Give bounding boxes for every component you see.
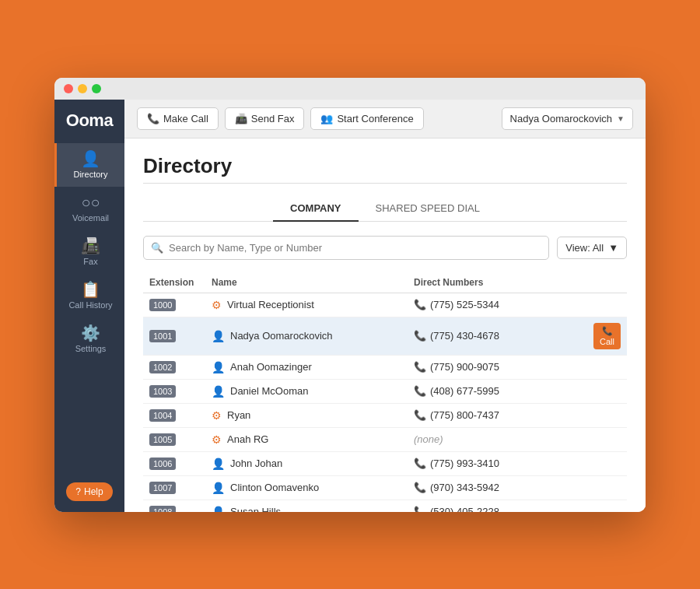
- table-row: 1006👤John Johan📞(775) 993-3410: [143, 451, 627, 475]
- phone-number: (775) 430-4678: [430, 330, 499, 342]
- directory-icon: 👤: [81, 151, 100, 167]
- robot-icon: ⚙: [212, 409, 222, 422]
- contact-name: Virtual Receptionist: [227, 299, 314, 310]
- maximize-dot[interactable]: [92, 84, 101, 93]
- cell-name: ⚙Virtual Receptionist: [205, 293, 408, 317]
- start-conference-button[interactable]: 👥 Start Conference: [310, 107, 423, 130]
- cell-name: 👤John Johan: [205, 451, 408, 475]
- table-row: 1002👤Anah Oomazinger📞(775) 900-9075: [143, 355, 627, 379]
- call-history-icon: 📋: [81, 282, 100, 297]
- tabs-container: COMPANY SHARED SPEED DIAL: [143, 196, 627, 222]
- search-input[interactable]: [143, 236, 549, 260]
- app-logo: Ooma: [66, 110, 113, 131]
- view-dropdown[interactable]: View: All ▼: [557, 237, 627, 259]
- extension-badge: 1006: [149, 458, 176, 470]
- voicemail-icon: ○○: [81, 195, 100, 210]
- contact-name: Clinton Oomavenko: [230, 482, 319, 493]
- sidebar-item-settings[interactable]: ⚙️ Settings: [54, 317, 124, 361]
- cell-direct-number: 📞(408) 677-5995: [408, 379, 627, 403]
- phone-number: (530) 405-2228: [430, 506, 499, 512]
- start-conference-label: Start Conference: [337, 113, 413, 124]
- cell-extension: 1002: [143, 355, 205, 379]
- cell-direct-number: 📞(775) 430-4678📞Call: [408, 317, 627, 355]
- contact-name: Nadya Oomarockovich: [230, 330, 333, 342]
- table-row: 1005⚙Anah RG(none): [143, 427, 627, 451]
- send-fax-button[interactable]: 📠 Send Fax: [225, 107, 305, 130]
- cell-name: 👤Nadya Oomarockovich: [205, 317, 408, 355]
- minimize-dot[interactable]: [78, 84, 87, 93]
- make-call-button[interactable]: 📞 Make Call: [137, 107, 219, 130]
- cell-direct-number: 📞(775) 800-7437: [408, 403, 627, 427]
- cell-name: 👤Anah Oomazinger: [205, 355, 408, 379]
- sidebar-item-directory[interactable]: 👤 Directory: [54, 143, 124, 187]
- person-icon: 👤: [212, 506, 225, 512]
- sidebar-item-fax[interactable]: 📠 Fax: [54, 230, 124, 274]
- cell-direct-number: 📞(775) 993-3410: [408, 451, 627, 475]
- phone-icon: 📞: [414, 361, 426, 373]
- help-label: Help: [84, 486, 103, 497]
- topbar: 📞 Make Call 📠 Send Fax 👥 Start Conferenc…: [124, 100, 646, 138]
- col-header-direct-numbers: Direct Numbers: [408, 272, 627, 293]
- cell-direct-number: 📞(775) 900-9075: [408, 355, 627, 379]
- help-button[interactable]: ? Help: [66, 482, 112, 501]
- tab-company[interactable]: COMPANY: [273, 196, 358, 222]
- sidebar-label-directory: Directory: [73, 170, 107, 179]
- contact-name: Anah Oomazinger: [230, 361, 312, 373]
- extension-badge: 1005: [149, 433, 176, 446]
- sidebar-label-voicemail: Voicemail: [72, 213, 109, 223]
- cell-extension: 1001: [143, 317, 205, 355]
- robot-icon: ⚙: [212, 433, 222, 446]
- extension-badge: 1008: [149, 506, 176, 512]
- sidebar-item-voicemail[interactable]: ○○ Voicemail: [54, 187, 124, 230]
- phone-number: (775) 525-5344: [430, 299, 499, 310]
- search-row: 🔍 View: All ▼: [143, 236, 627, 260]
- person-icon: 👤: [212, 330, 225, 342]
- cell-name: ⚙Anah RG: [205, 427, 408, 451]
- phone-number: (408) 677-5995: [430, 385, 499, 397]
- contact-name: Daniel McOoman: [230, 385, 308, 397]
- make-call-icon: 📞: [147, 113, 159, 124]
- phone-icon: 📞: [414, 385, 426, 397]
- cell-extension: 1005: [143, 427, 205, 451]
- view-arrow: ▼: [608, 242, 618, 254]
- user-dropdown[interactable]: Nadya Oomarockovich ▼: [502, 107, 633, 130]
- table-row: 1008👤Susan Hills📞(530) 405-2228: [143, 500, 627, 512]
- app-window: Ooma 👤 Directory ○○ Voicemail 📠 Fax 📋 Ca…: [54, 78, 646, 512]
- extension-badge: 1003: [149, 385, 176, 398]
- content-area: Directory COMPANY SHARED SPEED DIAL 🔍 Vi…: [124, 138, 646, 512]
- contact-name: Ryan: [227, 409, 250, 421]
- col-header-name: Name: [205, 272, 408, 293]
- main-area: 📞 Make Call 📠 Send Fax 👥 Start Conferenc…: [124, 100, 646, 512]
- sidebar-item-call-history[interactable]: 📋 Call History: [54, 274, 124, 317]
- cell-direct-number: 📞(530) 405-2228: [408, 500, 627, 512]
- close-dot[interactable]: [64, 84, 73, 93]
- phone-icon: 📞: [414, 330, 426, 342]
- table-row: 1001👤Nadya Oomarockovich📞(775) 430-4678📞…: [143, 317, 627, 355]
- make-call-label: Make Call: [163, 113, 208, 124]
- table-row: 1007👤Clinton Oomavenko📞(970) 343-5942: [143, 475, 627, 500]
- phone-number: (775) 900-9075: [430, 361, 499, 373]
- tab-shared-speed-dial[interactable]: SHARED SPEED DIAL: [359, 196, 497, 222]
- send-fax-label: Send Fax: [251, 113, 295, 124]
- sidebar-label-settings: Settings: [75, 344, 107, 353]
- table-row: 1000⚙Virtual Receptionist📞(775) 525-5344: [143, 293, 627, 317]
- view-label: View: All: [565, 242, 604, 254]
- phone-icon: 📞: [414, 506, 426, 512]
- title-divider: [143, 183, 627, 184]
- cell-name: 👤Daniel McOoman: [205, 379, 408, 403]
- person-icon: 👤: [212, 361, 225, 373]
- person-icon: 👤: [212, 385, 225, 398]
- extension-badge: 1000: [149, 299, 176, 311]
- contact-name: John Johan: [230, 458, 282, 469]
- cell-direct-number: 📞(775) 525-5344: [408, 293, 627, 317]
- user-dropdown-arrow: ▼: [617, 114, 625, 123]
- call-button[interactable]: 📞Call: [593, 323, 621, 349]
- search-box: 🔍: [143, 236, 549, 260]
- table-row: 1003👤Daniel McOoman📞(408) 677-5995: [143, 379, 627, 403]
- robot-icon: ⚙: [212, 299, 222, 311]
- phone-icon: 📞: [414, 299, 426, 310]
- cell-extension: 1004: [143, 403, 205, 427]
- search-icon: 🔍: [151, 242, 163, 254]
- cell-extension: 1000: [143, 293, 205, 317]
- person-icon: 👤: [212, 482, 225, 494]
